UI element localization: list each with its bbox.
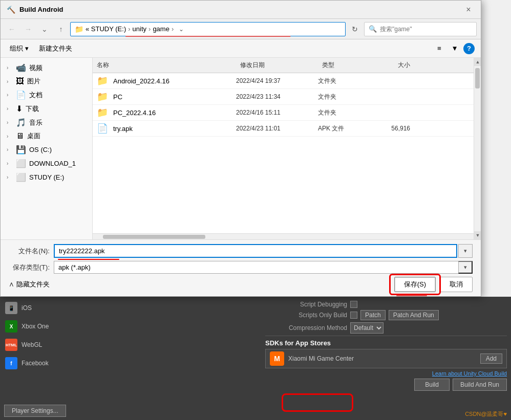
sidebar-item-c-drive[interactable]: › 💾 OS (C:) <box>1 143 92 157</box>
expand-icon: › <box>7 106 13 112</box>
horizontal-scrollbar[interactable] <box>93 233 474 239</box>
add-sdk-button[interactable]: Add <box>480 353 502 364</box>
sidebar-item-desktop[interactable]: › 🖥 桌面 <box>1 129 92 143</box>
file-date: 2022/4/16 15:11 <box>236 109 318 116</box>
hide-folder-button[interactable]: ∧ 隐藏文件夹 <box>9 280 50 289</box>
file-type: 文件夹 <box>318 108 379 117</box>
search-input[interactable] <box>380 26 462 33</box>
expand-icon: › <box>7 134 13 139</box>
col-header-name[interactable]: 名称 <box>93 60 236 71</box>
scripts-only-label: Scripts Only Build <box>265 312 347 319</box>
dialog-actions: ∧ 隐藏文件夹 保存(S) 取消 <box>9 277 473 292</box>
file-row[interactable]: 📄 try.apk 2022/4/23 11:01 APK 文件 56,916 <box>93 121 474 137</box>
build-and-run-button[interactable]: Build And Run <box>453 379 507 391</box>
dialog-close-button[interactable]: × <box>462 4 475 16</box>
downloads-icon: ⬇ <box>16 104 23 114</box>
cancel-button[interactable]: 取消 <box>440 277 473 292</box>
unity-right-panel: Script Debugging Scripts Only Build Patc… <box>261 297 511 420</box>
nav-path-bar[interactable]: 📁 « STUDY (E:) › unity › game › ⌄ <box>70 22 346 36</box>
pictures-icon: 🖼 <box>16 77 24 86</box>
expand-icon: › <box>7 92 13 98</box>
file-size: 56,916 <box>379 125 420 132</box>
scroll-down-button[interactable]: ▼ <box>474 231 481 239</box>
expand-icon: › <box>7 161 13 166</box>
unity-sidebar-item-webgl[interactable]: HTML WebGL <box>0 336 261 354</box>
file-name: PC <box>113 93 236 101</box>
nav-forward-button[interactable]: → <box>21 22 35 36</box>
file-name: try.apk <box>113 125 236 132</box>
nav-up-button[interactable]: ↑ <box>54 22 68 36</box>
sidebar-item-downloads[interactable]: › ⬇ 下载 <box>1 102 92 116</box>
sidebar-item-study[interactable]: › ⬜ STUDY (E:) <box>1 170 92 184</box>
expand-icon: › <box>7 120 13 125</box>
file-row[interactable]: 📁 PC_2022.4.16 2022/4/16 15:11 文件夹 <box>93 105 474 121</box>
file-list: 📁 Android_2022.4.16 2022/4/24 19:37 文件夹 … <box>93 73 474 233</box>
script-debugging-checkbox[interactable] <box>350 301 357 308</box>
patch-and-run-button[interactable]: Patch And Run <box>389 310 439 320</box>
file-row[interactable]: 📁 PC 2022/4/23 11:34 文件夹 <box>93 89 474 105</box>
cloud-build-link[interactable]: Learn about Unity Cloud Build <box>265 370 507 377</box>
build-button[interactable]: Build <box>414 379 450 391</box>
scroll-thumb[interactable] <box>475 68 480 89</box>
sidebar-item-download1[interactable]: › ⬜ DOWNLOAD_1 <box>1 157 92 170</box>
toolbar-left: 组织 ▾ 新建文件夹 <box>7 42 75 55</box>
view-more-button[interactable]: ▼ <box>448 42 461 55</box>
scripts-only-row: Scripts Only Build Patch Patch And Run <box>265 310 507 320</box>
nav-dropdown-button[interactable]: ⌄ <box>37 22 52 36</box>
dialog-body: › 📹 视频 › 🖼 图片 › 📄 文档 › ⬇ 下载 › 🎵 <box>1 58 481 239</box>
music-label: 音乐 <box>29 118 42 127</box>
path-sep2: › <box>148 25 151 33</box>
scroll-track <box>474 58 481 239</box>
file-type: APK 文件 <box>318 124 379 133</box>
file-dialog: 🔨 Build Android × ← → ⌄ ↑ 📁 « STUDY (E:)… <box>0 0 481 297</box>
scripts-only-checkbox[interactable] <box>350 312 357 319</box>
dialog-bottom: 文件名(N): ▾ 保存类型(T): ▾ ∧ 隐藏文件夹 保存(S) <box>1 239 481 296</box>
folder-icon: 📁 <box>93 75 113 86</box>
documents-label: 文档 <box>29 91 42 100</box>
player-settings-button[interactable]: Player Settings... <box>4 405 66 417</box>
filename-input[interactable] <box>54 244 457 258</box>
script-debugging-label: Script Debugging <box>265 301 347 308</box>
title-left: 🔨 Build Android <box>7 6 63 14</box>
sdk-name: Xiaomi Mi Game Center <box>288 355 476 362</box>
study-icon: ⬜ <box>16 172 26 182</box>
save-button-wrapper: 保存(S) <box>394 277 436 292</box>
file-date: 2022/4/24 19:37 <box>236 77 318 84</box>
file-row[interactable]: 📁 Android_2022.4.16 2022/4/24 19:37 文件夹 <box>93 73 474 89</box>
filetype-input[interactable] <box>54 261 473 274</box>
pictures-label: 图片 <box>27 77 40 86</box>
hscroll-thumb[interactable] <box>103 235 205 239</box>
path-folder-icon: 📁 <box>75 25 83 33</box>
sidebar-item-music[interactable]: › 🎵 音乐 <box>1 116 92 129</box>
unity-sidebar-item-facebook[interactable]: f Facebook <box>0 354 261 372</box>
watermark: CSDN@温柔哥♥ <box>465 410 507 418</box>
sidebar-item-documents[interactable]: › 📄 文档 <box>1 88 92 102</box>
col-header-date[interactable]: 修改日期 <box>236 60 318 71</box>
desktop-label: 桌面 <box>27 131 40 141</box>
nav-back-button[interactable]: ← <box>5 22 19 36</box>
vertical-scrollbar[interactable]: ▲ ▼ <box>474 58 481 239</box>
unity-sidebar-item-xbox[interactable]: X Xbox One <box>0 317 261 336</box>
patch-button[interactable]: Patch <box>360 310 386 320</box>
compression-select[interactable]: Default <box>350 322 384 334</box>
filename-row: 文件名(N): ▾ <box>9 244 473 258</box>
red-underline-annotation <box>58 259 119 260</box>
nav-refresh-button[interactable]: ↻ <box>348 22 362 36</box>
file-type: 文件夹 <box>318 77 379 85</box>
file-list-header: 名称 修改日期 类型 大小 <box>93 58 474 73</box>
new-folder-button[interactable]: 新建文件夹 <box>36 42 75 55</box>
sidebar-item-pictures[interactable]: › 🖼 图片 <box>1 75 92 88</box>
filetype-dropdown-button[interactable]: ▾ <box>458 261 473 274</box>
folder-icon: 📁 <box>93 91 113 102</box>
unity-sidebar-item-ios[interactable]: 📱 iOS <box>0 299 261 317</box>
col-header-size[interactable]: 大小 <box>379 60 420 71</box>
col-header-type[interactable]: 类型 <box>318 60 379 71</box>
help-button[interactable]: ? <box>463 43 475 54</box>
view-mode-button[interactable]: ≡ <box>433 42 446 55</box>
save-button[interactable]: 保存(S) <box>394 277 436 292</box>
xbox-icon: X <box>5 320 17 333</box>
sidebar-item-video[interactable]: › 📹 视频 <box>1 61 92 75</box>
path-dropdown-button[interactable]: ⌄ <box>179 26 184 33</box>
organize-button[interactable]: 组织 ▾ <box>7 42 32 55</box>
filename-dropdown-button[interactable]: ▾ <box>458 244 473 258</box>
